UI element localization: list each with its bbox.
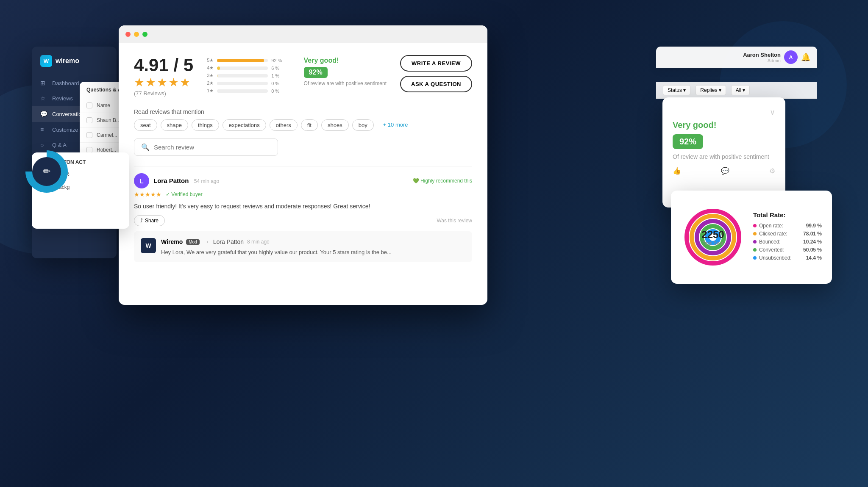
rating-sentiment: Very good! 92% Of review are with positi… (304, 57, 387, 86)
search-icon: 🔍 (141, 143, 150, 151)
row-label: Robert... (97, 147, 116, 153)
ask-question-button[interactable]: ASK A QUESTION (400, 76, 472, 92)
bounced-value: 10.24 % (803, 239, 822, 245)
rate-row-open: Open rate: 99.9 % (753, 223, 822, 229)
sentiment-card-title: Very good! (673, 120, 775, 130)
converted-dot (753, 248, 757, 252)
bar-star: 1★ (207, 88, 214, 94)
wiremo-logo: W (141, 238, 156, 253)
row-checkbox[interactable] (86, 102, 92, 108)
replies-filter[interactable]: Replies ▾ (696, 85, 726, 95)
sentiment-card-sub: Of review are with positive sentiment (673, 153, 775, 160)
like-icon[interactable]: 👍 (673, 167, 681, 175)
reply-header: Wiremo Mod → Lora Patton 8 min ago (161, 238, 465, 246)
row-checkbox[interactable] (86, 147, 92, 153)
share-button[interactable]: ⤴ Share (134, 215, 165, 226)
tag-seat[interactable]: seat (134, 119, 157, 131)
was-helpful: Was this review (437, 218, 472, 224)
rating-number: 4.91 / 5 (134, 55, 193, 75)
tag-fit[interactable]: fit (301, 119, 318, 131)
progress-ring: ✏ (25, 150, 68, 193)
edit-icon: ✏ (43, 166, 50, 177)
bounced-label: Bounced: (759, 239, 781, 245)
sentiment-pct-badge: 92% (304, 67, 328, 78)
notification-icon[interactable]: 🔔 (801, 53, 810, 62)
tag-more[interactable]: + 10 more (377, 119, 414, 131)
clicked-dot (753, 232, 757, 235)
rate-title: Total Rate: (753, 211, 822, 219)
bar-track (217, 89, 268, 93)
reply-from: Wiremo (161, 238, 183, 245)
sidebar-label: Dashboard (52, 80, 79, 86)
logo-icon: W (40, 55, 52, 67)
tag-shape[interactable]: shape (161, 119, 188, 131)
row-checkbox[interactable] (86, 132, 92, 138)
review-time: 54 min ago (194, 178, 219, 184)
window-content: 4.91 / 5 ★★★★★ (77 Reviews) 5★ 92 % 4★ (119, 43, 487, 274)
arrow-icon: → (203, 238, 210, 246)
bar-row-2: 2★ 0 % (207, 80, 290, 86)
bar-star: 2★ (207, 80, 214, 86)
sidebar-label: Reviews (52, 95, 73, 102)
gear-small-icon[interactable]: ⚙ (769, 167, 775, 175)
bar-fill (217, 66, 220, 70)
review-stars: ★★★★★ (134, 191, 161, 198)
sidebar-logo: W wiremo (32, 55, 117, 75)
rate-row-converted: Converted: 50.05 % (753, 247, 822, 253)
bar-star: 5★ (207, 58, 214, 63)
mention-label: Read reviews that mention (134, 108, 472, 115)
reply-to: Lora Patton (213, 238, 244, 245)
window-titlebar (119, 25, 487, 43)
main-window: 4.91 / 5 ★★★★★ (77 Reviews) 5★ 92 % 4★ (119, 25, 487, 305)
bar-star: 3★ (207, 73, 214, 78)
donut-chart: 2250 Total Sent (681, 205, 745, 269)
status-filter[interactable]: Status ▾ (663, 85, 690, 95)
write-review-button[interactable]: WRITE A REVIEW (400, 55, 472, 72)
star-rating: ★★★★★ (134, 75, 193, 89)
row-label: Name (97, 102, 110, 108)
rate-legend: Total Rate: Open rate: 99.9 % Clicked ra… (753, 211, 822, 263)
bar-track (217, 82, 268, 85)
tag-boy[interactable]: boy (352, 119, 374, 131)
bar-track (217, 66, 268, 70)
clicked-label: Clicked rate: (759, 231, 787, 237)
bar-pct: 1 % (271, 73, 284, 78)
open-label: Open rate: (759, 223, 783, 229)
all-filter[interactable]: All ▾ (731, 85, 750, 95)
filter-bar: Status ▾ Replies ▾ All ▾ (656, 82, 817, 99)
conversations-icon: 💬 (40, 111, 47, 117)
sidebar-label: Customize (52, 127, 78, 133)
open-value: 99.9 % (806, 223, 822, 229)
rating-bars: 5★ 92 % 4★ 6 % 3★ (207, 58, 290, 94)
review-buttons: WRITE A REVIEW ASK A QUESTION (400, 55, 472, 92)
user-info: Aaron Shelton Admin A 🔔 (743, 50, 810, 64)
tag-things[interactable]: things (192, 119, 219, 131)
dashboard-icon: ⊞ (40, 80, 47, 86)
open-dot (753, 224, 757, 227)
share-icon: ⤴ (140, 218, 143, 224)
bar-row-4: 4★ 6 % (207, 65, 290, 71)
rate-row-clicked: Clicked rate: 78.01 % (753, 231, 822, 237)
tag-shoes[interactable]: shoes (321, 119, 349, 131)
customize-icon: ≡ (40, 126, 47, 133)
bar-row-5: 5★ 92 % (207, 58, 290, 63)
row-checkbox[interactable] (86, 117, 92, 123)
maximize-dot[interactable] (142, 32, 147, 37)
chevron-down-icon[interactable]: ∨ (770, 108, 775, 117)
tag-others[interactable]: others (270, 119, 298, 131)
sidebar-label: Q & A (52, 142, 67, 148)
avatar: A (784, 50, 798, 64)
tag-expectations[interactable]: expectations (223, 119, 266, 131)
search-input[interactable] (154, 144, 271, 151)
comment-icon[interactable]: 💬 (721, 167, 729, 175)
minimize-dot[interactable] (134, 32, 139, 37)
reviews-icon: ☆ (40, 95, 47, 102)
bar-pct: 0 % (271, 81, 284, 86)
reviewer-avatar: L (134, 173, 149, 188)
close-dot[interactable] (125, 32, 131, 37)
verified-badge: ✓ Verified buyer (166, 191, 203, 197)
search-box[interactable]: 🔍 (134, 138, 278, 156)
unsub-value: 14.4 % (806, 255, 822, 261)
reviewer-name: Lora Patton (153, 177, 189, 184)
review-header: L Lora Patton 54 min ago 💚 Highly recomm… (134, 173, 472, 188)
